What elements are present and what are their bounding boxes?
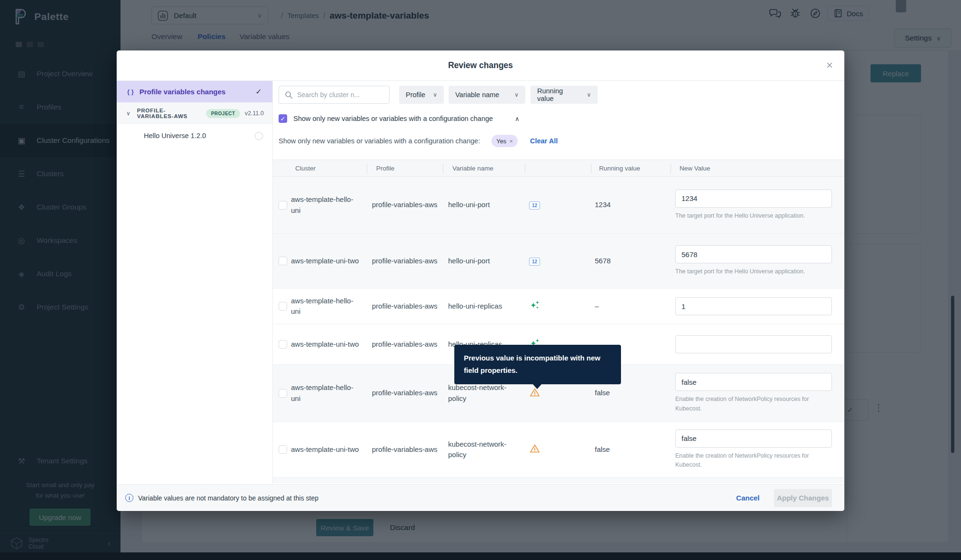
show-only-checkbox[interactable]: ✓ <box>279 114 287 123</box>
check-icon: ✓ <box>256 87 262 96</box>
profile-cell: profile-variables-aws <box>362 256 439 267</box>
header-variable-name: Variable name <box>443 160 525 176</box>
profile-cell: profile-variables-aws <box>362 301 439 312</box>
row-checkbox[interactable] <box>279 389 287 398</box>
row-checkbox[interactable] <box>279 340 287 349</box>
filter-dropdown-running-value[interactable]: Running value ∨ <box>531 86 598 104</box>
table-row: aws-template-uni-two profile-variables-a… <box>273 234 844 289</box>
nav-item-profile-variables-changes[interactable]: { } Profile variables changes ✓ <box>117 81 272 102</box>
row-checkbox[interactable] <box>279 257 287 265</box>
number-type-icon: 12 <box>529 201 540 210</box>
footer-info-text: Variable values are not mandatory to be … <box>138 494 319 502</box>
filter-dropdown-profile[interactable]: Profile ∨ <box>399 86 444 104</box>
running-value-cell: 1234 <box>587 200 666 210</box>
row-checkbox[interactable] <box>279 201 287 210</box>
row-checkbox[interactable] <box>279 445 287 454</box>
variable-cell: hello-uni-replicas <box>439 301 521 312</box>
running-value-cell: 5678 <box>587 256 666 267</box>
modal-body: { } Profile variables changes ✓ ∨ PROFIL… <box>117 81 844 484</box>
cluster-cell: aws-template-uni-two <box>287 256 362 267</box>
field-helper-text: The target port for the Hello Universe a… <box>675 211 832 220</box>
new-value-input[interactable] <box>675 245 832 263</box>
incompatible-value-tooltip: Previous value is incompatible with new … <box>454 345 621 384</box>
number-type-icon: 12 <box>529 258 540 266</box>
braces-icon: { } <box>127 88 134 95</box>
chevron-up-icon[interactable]: ∧ <box>515 115 520 122</box>
search-icon <box>285 91 293 99</box>
running-value-cell: – <box>587 301 666 312</box>
variable-cell: kubecost-network-policy <box>439 439 521 460</box>
search-input[interactable] <box>297 91 384 99</box>
table-header-row: Cluster Profile Variable name Running va… <box>273 160 844 177</box>
field-helper-text: Enable the creation of NetworkPolicy res… <box>675 451 832 470</box>
applied-filters-row: Show only new variables or variables wit… <box>279 134 558 148</box>
variables-table: Cluster Profile Variable name Running va… <box>273 160 844 483</box>
profile-cell: profile-variables-aws <box>362 444 439 455</box>
project-badge: PROJECT <box>206 109 240 118</box>
chevron-down-icon: ∨ <box>433 91 437 98</box>
header-type <box>525 160 591 176</box>
header-running-value: Running value <box>591 160 671 176</box>
chevron-down-icon: ∨ <box>126 110 130 117</box>
search-box <box>279 86 390 104</box>
variable-cell: kubecost-network-policy <box>439 382 521 404</box>
table-row-partial <box>273 478 844 483</box>
filter-dropdown-variable-name[interactable]: Variable name ∨ <box>449 86 525 104</box>
cancel-button[interactable]: Cancel <box>736 494 760 502</box>
table-row: aws-template-uni-two profile-variables-a… <box>273 422 844 478</box>
show-only-row: ✓ Show only new variables or variables w… <box>279 112 520 125</box>
cluster-cell: aws-template-hello-uni <box>287 382 362 404</box>
info-icon: i <box>125 494 133 502</box>
new-value-input[interactable] <box>675 190 832 208</box>
new-value-input[interactable] <box>675 373 832 391</box>
close-icon[interactable]: × <box>826 59 833 71</box>
row-checkbox[interactable] <box>279 302 287 310</box>
modal-side-nav: { } Profile variables changes ✓ ∨ PROFIL… <box>117 81 273 484</box>
filter-chip-yes[interactable]: Yes × <box>491 135 518 147</box>
profile-cell: profile-variables-aws <box>362 339 439 350</box>
modal-header: Review changes × <box>117 50 844 81</box>
profile-cell: profile-variables-aws <box>362 200 439 210</box>
incompatible-warning-icon: 12 <box>529 443 541 454</box>
nav-item-hello-universe[interactable]: Hello Universe 1.2.0 <box>117 124 272 147</box>
new-value-input[interactable] <box>675 297 832 315</box>
header-new-value: New Value <box>671 160 844 176</box>
filter-bar: Profile ∨ Variable name ∨ Running value … <box>279 86 598 104</box>
clear-all-link[interactable]: Clear All <box>530 137 558 145</box>
variable-cell: hello-uni-port <box>439 256 521 267</box>
nav-group-profile-variables-aws[interactable]: ∨ PROFILE-VARIABLES-AWS PROJECT v2.11.0 <box>117 102 272 124</box>
cluster-cell: aws-template-uni-two <box>287 444 362 455</box>
radio-unchecked-icon[interactable] <box>255 132 263 140</box>
new-value-input[interactable] <box>675 430 832 448</box>
header-cluster: Cluster <box>291 160 367 176</box>
app-window: Palette ▤ Project Overview ≡ Profiles ▣ … <box>0 0 961 560</box>
cluster-cell: aws-template-hello-uni <box>287 194 362 216</box>
modal-content: Profile ∨ Variable name ∨ Running value … <box>273 81 844 484</box>
field-helper-text: Enable the creation of NetworkPolicy res… <box>675 395 832 413</box>
chevron-down-icon: ∨ <box>514 91 519 98</box>
new-value-input[interactable] <box>675 335 832 353</box>
version-label: v2.11.0 <box>245 110 264 117</box>
variable-cell: hello-uni-port <box>439 200 521 210</box>
review-changes-modal: Review changes × { } Profile variables c… <box>117 50 844 511</box>
chip-close-icon[interactable]: × <box>509 138 513 145</box>
running-value-cell: false <box>587 388 666 399</box>
running-value-cell: false <box>587 444 666 455</box>
modal-footer: i Variable values are not mandatory to b… <box>117 484 844 511</box>
modal-title: Review changes <box>448 60 513 70</box>
cluster-cell: aws-template-hello-uni <box>287 296 362 317</box>
table-row: aws-template-hello-uni profile-variables… <box>273 177 844 234</box>
profile-cell: profile-variables-aws <box>362 388 439 399</box>
new-variable-sparkles-icon: 12 <box>529 300 541 310</box>
apply-changes-button[interactable]: Apply Changes <box>774 489 832 507</box>
chevron-down-icon: ∨ <box>587 91 591 98</box>
field-helper-text: The target port for the Hello Universe a… <box>675 267 832 276</box>
header-profile: Profile <box>367 160 443 176</box>
cluster-cell: aws-template-uni-two <box>287 339 362 350</box>
table-row: aws-template-hello-uni profile-variables… <box>273 289 844 324</box>
